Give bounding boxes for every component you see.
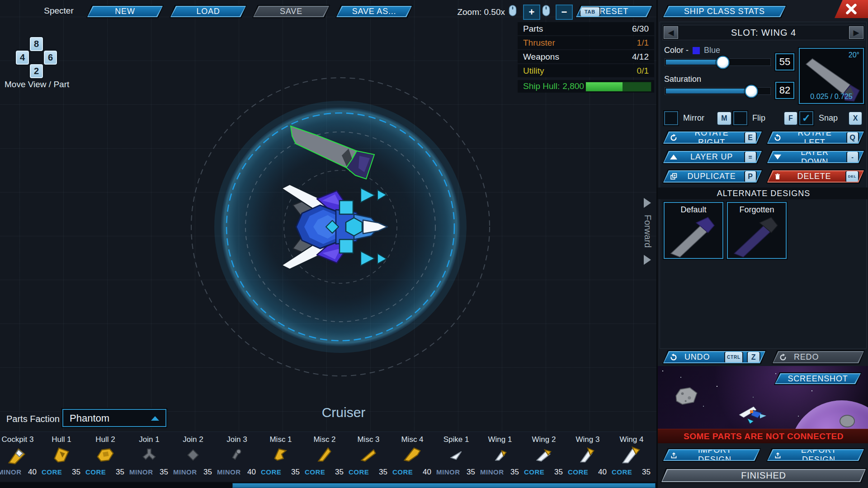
save-as-button[interactable]: SAVE AS... xyxy=(335,5,413,18)
duplicate-label: DUPLICATE xyxy=(683,172,741,181)
planet-image xyxy=(790,400,868,429)
part-item[interactable]: Cockpit 3MINOR40 xyxy=(0,432,39,480)
flip-checkbox[interactable]: ✓ xyxy=(733,111,747,125)
part-item[interactable]: Misc 1CORE35 xyxy=(259,432,302,480)
color-value-box[interactable]: 55 xyxy=(775,53,794,70)
redo-label: REDO xyxy=(792,352,859,362)
mirror-checkbox[interactable]: ✓ xyxy=(664,111,678,125)
part-item[interactable]: Hull 2CORE35 xyxy=(84,432,127,480)
forward-marker: Forward xyxy=(640,198,655,265)
part-tier: MINOR xyxy=(0,468,22,476)
finished-button[interactable]: FINISHED xyxy=(660,468,867,483)
layer-down-button[interactable]: LAYER DOWN - xyxy=(766,150,865,164)
color-slider[interactable] xyxy=(665,58,771,66)
part-item[interactable]: Wing 2CORE35 xyxy=(522,432,566,480)
rotate-left-button[interactable]: ROTATE LEFT Q xyxy=(766,131,865,145)
part-name: Wing 3 xyxy=(566,435,609,444)
move-key-right[interactable]: 6 xyxy=(43,50,58,66)
layer-up-button[interactable]: LAYER UP = xyxy=(662,150,763,164)
saturation-value-box[interactable]: 82 xyxy=(775,82,794,99)
save-as-label: SAVE AS... xyxy=(352,7,396,16)
parts-faction-dropdown[interactable]: Phantom xyxy=(62,409,166,427)
screenshot-button[interactable]: SCREENSHOT xyxy=(774,372,862,385)
part-name: Wing 4 xyxy=(610,435,653,444)
alt-design-default[interactable]: Default xyxy=(664,202,723,259)
join1-icon xyxy=(139,445,160,465)
stat-label: Parts xyxy=(523,24,543,34)
part-name: Spike 1 xyxy=(434,435,478,444)
move-key-up[interactable]: 8 xyxy=(29,36,44,52)
crater-image xyxy=(840,415,855,427)
new-button[interactable]: NEW xyxy=(86,5,164,18)
part-item[interactable]: Wing 3CORE40 xyxy=(566,432,609,480)
rotate-right-button[interactable]: ROTATE RIGHT E xyxy=(662,131,763,145)
part-item[interactable]: Join 1MINOR35 xyxy=(127,432,171,480)
part-name: Misc 3 xyxy=(347,435,390,444)
redo-button[interactable]: REDO xyxy=(772,350,865,364)
misc4-icon xyxy=(402,445,423,465)
reset-button[interactable]: TAB RESET xyxy=(575,5,653,18)
move-key-down[interactable]: 2 xyxy=(29,63,44,79)
save-button[interactable]: SAVE xyxy=(252,5,330,18)
stat-row: Utility0/1 xyxy=(518,64,654,77)
part-item[interactable]: Spike 1MINOR35 xyxy=(434,432,478,480)
hull-bar-fill xyxy=(586,82,623,91)
part-item[interactable]: Misc 2CORE35 xyxy=(303,432,346,480)
undo-button[interactable]: UNDO CTRL Z xyxy=(662,350,766,364)
hull1-icon xyxy=(51,445,72,465)
undo-icon xyxy=(668,353,679,361)
color-slider-knob[interactable] xyxy=(717,56,730,69)
hull-bar xyxy=(585,82,651,92)
move-keys-caption: Move View / Part xyxy=(5,80,95,89)
forward-label: Forward xyxy=(642,211,653,252)
hull-label: Ship Hull: xyxy=(523,81,560,91)
part-item[interactable]: Join 3MINOR40 xyxy=(215,432,259,480)
mirror-key: M xyxy=(717,111,732,126)
hull-row: Ship Hull: 2,800 xyxy=(518,80,654,93)
duplicate-button[interactable]: DUPLICATE P xyxy=(662,169,763,183)
zoom-out-button[interactable]: − xyxy=(556,5,573,20)
parts-strip[interactable]: Cockpit 3MINOR40Hull 1CORE35Hull 2CORE35… xyxy=(0,432,656,481)
move-key-left[interactable]: 4 xyxy=(15,50,30,66)
alt-design-name: Forgotten xyxy=(728,205,786,215)
part-item[interactable]: Wing 1MINOR35 xyxy=(478,432,522,480)
forward-arrow-bottom-icon xyxy=(644,255,651,265)
close-button[interactable] xyxy=(835,0,868,18)
saturation-slider[interactable] xyxy=(665,87,771,95)
color-name: Blue xyxy=(704,46,720,55)
parts-scrollbar[interactable] xyxy=(0,482,656,488)
color-row: Color - Blue xyxy=(664,46,720,55)
redo-icon xyxy=(778,353,788,361)
saturation-slider-fill xyxy=(666,89,752,94)
part-item[interactable]: Misc 4CORE40 xyxy=(391,432,434,480)
misc1-icon xyxy=(270,445,291,465)
stat-label: Utility xyxy=(523,66,544,76)
part-item[interactable]: Wing 4CORE35 xyxy=(610,432,653,480)
join3-icon xyxy=(226,445,247,465)
delete-button[interactable]: DELETE DEL xyxy=(766,169,865,183)
ship-class-stats-button[interactable]: SHIP CLASS STATS xyxy=(662,5,787,18)
part-item[interactable]: Hull 1CORE35 xyxy=(40,432,83,480)
load-button[interactable]: LOAD xyxy=(170,5,247,18)
zoom-in-button[interactable]: + xyxy=(523,5,540,20)
stat-label: Thruster xyxy=(523,38,555,48)
parts-scrollbar-thumb[interactable] xyxy=(232,483,656,488)
alt-design-forgotten[interactable]: Forgotten xyxy=(727,202,787,259)
arrow-down-icon xyxy=(772,155,783,160)
part-item[interactable]: Misc 3CORE35 xyxy=(347,432,390,480)
alt-design-name: Default xyxy=(665,205,722,215)
stat-value: 0/1 xyxy=(637,66,649,76)
part-tier: CORE xyxy=(42,468,62,476)
forward-arrow-top-icon xyxy=(644,198,651,208)
ship-editor: Specter Cruiser Forward 8 4 6 2 Move Vie… xyxy=(0,0,868,488)
snap-checkbox[interactable]: ✓ xyxy=(799,111,813,125)
parts-faction-label: Parts Faction xyxy=(6,414,60,424)
export-design-button[interactable]: EXPORT DESIGN xyxy=(766,448,865,462)
saturation-slider-knob[interactable] xyxy=(745,84,758,98)
rotate-left-key: Q xyxy=(846,131,859,144)
import-design-button[interactable]: IMPORT DESIGN xyxy=(662,448,761,462)
part-cost: 40 xyxy=(423,468,431,477)
arrow-up-icon xyxy=(668,155,679,160)
alt-design-default-image xyxy=(665,215,722,259)
part-item[interactable]: Join 2MINOR35 xyxy=(171,432,215,480)
